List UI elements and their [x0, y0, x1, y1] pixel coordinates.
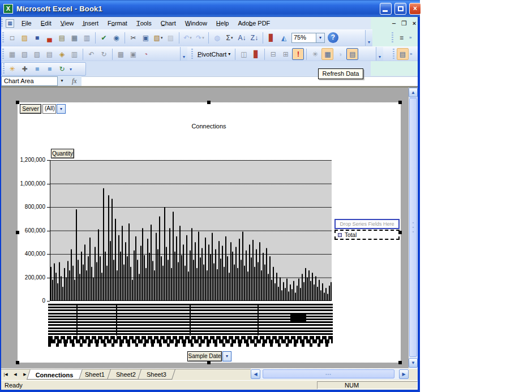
toolbar-options-chevron[interactable]: ▾	[70, 67, 72, 72]
help-icon[interactable]: ?	[328, 32, 338, 43]
menu-format[interactable]: Fo̲rmat	[103, 18, 132, 28]
zoom-dropdown-icon[interactable]: ▾	[316, 33, 325, 43]
pivotchart-menu[interactable]: P̲ivotChart▾	[195, 50, 233, 59]
toolbar-grip[interactable]	[392, 32, 393, 44]
menu-view[interactable]: V̲iew	[56, 18, 79, 28]
cut-icon[interactable]: ✂	[127, 32, 139, 44]
zoom-combobox[interactable]: 75% ▾	[291, 33, 325, 43]
copy-icon[interactable]: ▣	[140, 32, 152, 44]
menu-grip[interactable]	[1, 19, 3, 28]
print-icon[interactable]: ▦	[68, 32, 80, 44]
toolbar-grip[interactable]	[2, 49, 4, 60]
chart-selection-handle[interactable]	[16, 101, 19, 104]
window-border	[0, 17, 1, 390]
chart-selection-handle[interactable]	[398, 361, 402, 364]
data-range-properties-icon[interactable]: ✚	[19, 63, 31, 75]
attach-icon[interactable]: ◔	[140, 48, 152, 60]
save-icon[interactable]: ■	[31, 32, 43, 44]
server-filter-value[interactable]: (All)	[42, 104, 56, 114]
field-list-icon[interactable]: ▤	[346, 48, 358, 60]
name-box-dropdown-icon[interactable]: ▾	[58, 76, 66, 86]
server-field-button[interactable]: Server	[20, 104, 41, 114]
chart-title[interactable]: Connections	[152, 123, 265, 130]
sample-date-dropdown-icon[interactable]: ▾	[222, 351, 231, 361]
edit-query2-icon[interactable]: ■	[44, 63, 55, 75]
scrollbar-corner	[409, 369, 418, 380]
query-parameters-icon[interactable]: ■	[31, 63, 43, 75]
toolbar-options-chevron[interactable]: ▾	[376, 47, 383, 61]
restore-button[interactable]	[394, 3, 406, 15]
doc-restore-button[interactable]: ❐	[400, 20, 409, 28]
mail-icon[interactable]: ▤	[56, 32, 68, 44]
edit-query-icon[interactable]: ✳	[6, 63, 18, 75]
scroll-right-button[interactable]: ▶	[399, 369, 409, 379]
paste-icon[interactable]: ▧▾	[152, 32, 164, 44]
toolbar-options-chevron[interactable]: ▾	[365, 30, 372, 46]
open-icon[interactable]: ▨	[19, 32, 31, 44]
legend[interactable]: Total	[334, 230, 400, 240]
autosum-icon[interactable]: Σ▾	[224, 32, 235, 44]
chart-wizard-icon[interactable]: ▊	[265, 32, 277, 44]
close-button[interactable]: ×	[409, 3, 421, 15]
chart-selection-handle[interactable]	[207, 101, 211, 104]
spelling-icon[interactable]: ✔	[98, 32, 110, 44]
menu-adobe-pdf[interactable]: Adob̲e PDF	[233, 18, 274, 28]
toolbar-grip[interactable]	[3, 63, 5, 75]
menu-chart[interactable]: C̲hart	[156, 18, 181, 28]
scroll-down-button[interactable]: ▼	[409, 358, 418, 368]
scroll-up-button[interactable]: ▲	[409, 88, 418, 97]
formula-input[interactable]	[81, 76, 420, 86]
pivot-group-icon[interactable]: ◈	[56, 48, 68, 60]
menu-edit[interactable]: E̲dit	[36, 18, 56, 28]
chart-selection-handle[interactable]	[16, 361, 19, 364]
align-left-icon[interactable]: ≡	[396, 32, 407, 44]
insert-function-icon[interactable]: fx	[72, 77, 77, 85]
refresh-data-small-icon[interactable]: ↻	[56, 63, 68, 75]
title-bar[interactable]: X Microsoft Excel - Book1	[0, 0, 420, 17]
sample-date-field-button[interactable]: Sample Date	[187, 351, 222, 361]
horizontal-scrollbar-thumb[interactable]: ▪▪▪	[263, 369, 394, 378]
toolbar-grip[interactable]	[191, 49, 193, 60]
scroll-left-button[interactable]: ◀	[251, 369, 260, 379]
pdf-icon[interactable]: ▄	[44, 32, 55, 44]
tab-scroll-button-0[interactable]: |◀	[1, 370, 10, 379]
server-filter-dropdown-icon[interactable]: ▾	[57, 104, 66, 114]
drawing-icon[interactable]: ◭	[278, 32, 290, 44]
chart-selection-handle[interactable]	[16, 231, 19, 234]
menu-tools[interactable]: T̲ools	[132, 18, 156, 28]
name-box[interactable]: Chart Area	[1, 76, 58, 86]
format-report-icon: ◫	[238, 48, 250, 60]
sheet-tab-connections[interactable]: Connections	[27, 369, 82, 380]
more-buttons-chevron[interactable]: »	[410, 51, 412, 57]
sort-descending-icon[interactable]: Z↓	[248, 32, 260, 44]
y-axis-tick-label: 0	[6, 298, 45, 304]
menu-window[interactable]: W̲indow	[181, 18, 212, 28]
quantity-field-button[interactable]: Quantity	[51, 149, 74, 158]
tab-scroll-button-1[interactable]: ◀	[11, 370, 20, 379]
menu-help[interactable]: H̲elp	[212, 18, 234, 28]
chart-selection-handle[interactable]	[398, 231, 402, 234]
always-display-items-icon[interactable]: ▦	[321, 48, 333, 60]
chart-selection-handle[interactable]	[207, 361, 211, 364]
sheet-tab-sheet3[interactable]: Sheet3	[138, 369, 175, 380]
sort-ascending-icon[interactable]: A↓	[236, 32, 248, 44]
more-buttons-chevron[interactable]: »	[409, 35, 411, 40]
plot-area[interactable]	[50, 160, 332, 301]
toolbar-options-chevron[interactable]: ▾	[180, 47, 187, 61]
chart-wizard2-icon[interactable]: ▊	[250, 48, 262, 60]
refresh-data-icon[interactable]: !	[292, 48, 304, 60]
toolbar-grip[interactable]	[393, 49, 394, 60]
vertical-scrollbar-thumb[interactable]: ▪▪▪	[409, 98, 417, 357]
minimize-button[interactable]	[380, 3, 392, 15]
print-preview-icon[interactable]: ▥	[81, 32, 93, 44]
drop-series-fields-zone[interactable]: Drop Series Fields Here	[334, 219, 400, 229]
doc-minimize-button[interactable]: ‒	[389, 20, 398, 28]
chart-selection-handle[interactable]	[398, 101, 402, 104]
research-icon[interactable]: ◉	[110, 32, 122, 44]
toolbar-grip[interactable]	[2, 32, 4, 44]
menu-insert[interactable]: I̲nsert	[79, 18, 104, 28]
menu-file[interactable]: F̲ile	[17, 18, 36, 28]
zoom-value[interactable]: 75%	[291, 33, 316, 43]
new-icon[interactable]: □	[6, 32, 18, 44]
field-list-small-icon[interactable]: ▤	[397, 48, 409, 60]
